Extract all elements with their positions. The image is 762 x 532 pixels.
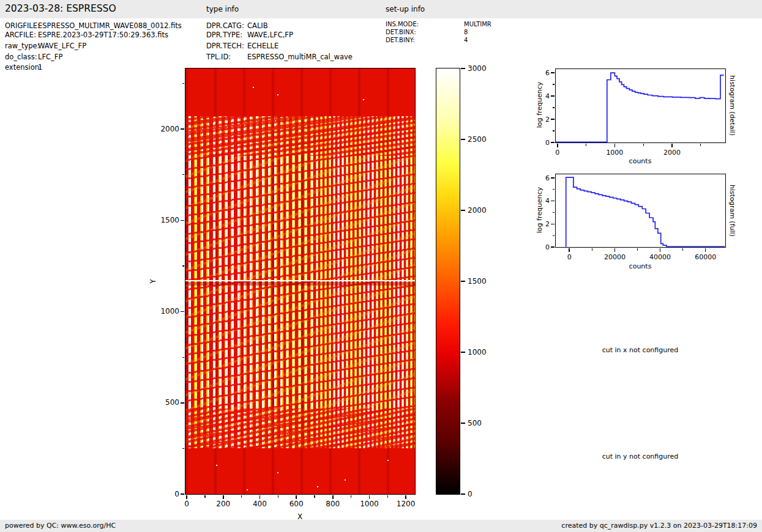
dprcatg-value: CALIB xyxy=(247,21,268,30)
cut-y-message: cut in y not configured xyxy=(579,453,701,460)
origfile-value: ESPRESSO_MULTIMR_WAVE088_0012.fits xyxy=(38,21,182,30)
dprcatg-label: DPR.CATG: xyxy=(206,21,244,30)
colorbar: 050010001500200025003000 xyxy=(436,68,460,495)
setup-info-title: set-up info xyxy=(386,5,425,13)
footer-bar: powered by QC: www.eso.org/HC created by… xyxy=(0,520,762,532)
dprtype-value: WAVE,LFC,FP xyxy=(247,31,293,39)
doclass-value: LFC_FP xyxy=(38,53,62,61)
doclass-label: do_class: xyxy=(5,53,37,61)
origfile-label: ORIGFILE: xyxy=(5,21,40,30)
histogram-detail-plot: 0100020000246 xyxy=(555,68,726,143)
heatmap-detector-gap-band xyxy=(185,282,415,286)
dprtype-label: DPR.TYPE: xyxy=(206,31,242,39)
extension-value: 1 xyxy=(38,63,42,72)
raw-image-heatmap xyxy=(185,68,415,494)
heatmap-lower-fade xyxy=(185,408,415,448)
dprtech-value: ECHELLE xyxy=(247,42,278,50)
histogram-detail-x-label: counts xyxy=(610,157,671,165)
heatmap-detector-gap-line xyxy=(185,280,415,281)
detbiny-value: 4 xyxy=(464,37,468,44)
type-info-title: type info xyxy=(206,5,239,13)
tplid-label: TPL.ID: xyxy=(206,53,231,61)
histogram-full-plot: 02000040000600000246 xyxy=(555,174,726,248)
rawtype-value: WAVE_LFC_FP xyxy=(38,42,86,50)
histogram-detail-curve xyxy=(556,69,725,142)
arcfile-value: ESPRE.2023-03-29T17:50:29.363.fits xyxy=(38,31,168,39)
detbinx-label: DET.BINX: xyxy=(386,29,416,36)
tplid-value: ESPRESSO_multiMR_cal_wave xyxy=(247,53,353,61)
footer-powered-by: powered by QC: www.eso.org/HC xyxy=(5,520,116,532)
detbiny-label: DET.BINY: xyxy=(386,37,415,44)
histogram-full-curve xyxy=(556,174,725,247)
extension-label: extension: xyxy=(5,63,42,72)
arcfile-label: ARCFILE: xyxy=(5,31,36,39)
page-title: 2023-03-28: ESPRESSO xyxy=(5,3,116,14)
footer-created-by: created by qc_rawdisp.py v1.2.3 on 2023-… xyxy=(561,520,757,532)
histogram-full-x-label: counts xyxy=(610,262,671,270)
heatmap-top-margin xyxy=(185,68,415,116)
rawtype-label: raw_type: xyxy=(5,42,40,50)
histogram-detail-y-label: log frequency xyxy=(536,68,543,142)
heatmap-upper-fade xyxy=(185,116,415,156)
header-bar: 2023-03-28: ESPRESSO type info set-up in… xyxy=(0,0,762,18)
histogram-full-right-label: histogram (full) xyxy=(728,171,736,251)
main-y-axis-label: Y xyxy=(149,263,157,300)
colorbar-gradient xyxy=(436,68,460,494)
heatmap-bottom-margin xyxy=(185,448,415,494)
raw-image-plot: 0200400600800100012000500100015002000 xyxy=(185,68,416,495)
insmode-value: MULTIMR xyxy=(464,21,491,28)
dprtech-label: DPR.TECH: xyxy=(206,42,244,50)
cut-x-message: cut in x not configured xyxy=(579,346,701,354)
insmode-label: INS.MODE: xyxy=(386,21,419,28)
histogram-full-y-label: log frequency xyxy=(536,174,543,247)
histogram-detail-right-label: histogram (detail) xyxy=(728,66,736,146)
detbinx-value: 8 xyxy=(464,29,468,36)
qc-report-page: 2023-03-28: ESPRESSO type info set-up in… xyxy=(0,0,762,532)
